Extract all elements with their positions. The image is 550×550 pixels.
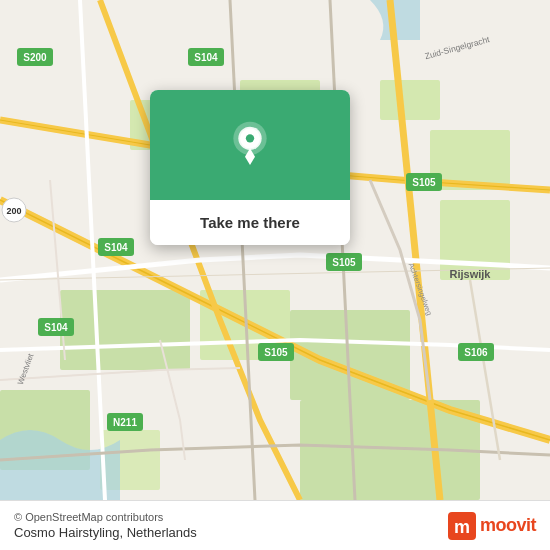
svg-text:S104: S104 — [104, 242, 128, 253]
svg-text:S105: S105 — [412, 177, 436, 188]
svg-text:Rijswijk: Rijswijk — [450, 268, 492, 280]
map-container: S200 S104 S105 S104 S105 S105 S104 N211 … — [0, 0, 550, 500]
svg-text:200: 200 — [6, 206, 21, 216]
moovit-text: moovit — [480, 515, 536, 536]
popup-header — [150, 90, 350, 200]
location-pin-icon — [225, 120, 275, 170]
popup-card: Take me there — [150, 90, 350, 245]
bottom-bar: © OpenStreetMap contributors Cosmo Hairs… — [0, 500, 550, 550]
svg-text:S106: S106 — [464, 347, 488, 358]
svg-text:N211: N211 — [113, 417, 137, 428]
map-roads-svg: S200 S104 S105 S104 S105 S105 S104 N211 … — [0, 0, 550, 500]
moovit-icon: m — [448, 512, 476, 540]
svg-text:S104: S104 — [44, 322, 68, 333]
svg-text:m: m — [454, 517, 470, 537]
svg-text:S105: S105 — [264, 347, 288, 358]
svg-point-40 — [246, 134, 254, 142]
take-me-there-button[interactable]: Take me there — [150, 200, 350, 245]
svg-text:S105: S105 — [332, 257, 356, 268]
map-attribution: © OpenStreetMap contributors — [14, 511, 197, 523]
moovit-logo: m moovit — [448, 512, 536, 540]
svg-rect-10 — [380, 80, 440, 120]
svg-text:S200: S200 — [23, 52, 47, 63]
location-name: Cosmo Hairstyling, Netherlands — [14, 525, 197, 540]
svg-rect-1 — [60, 290, 190, 370]
svg-text:S104: S104 — [194, 52, 218, 63]
